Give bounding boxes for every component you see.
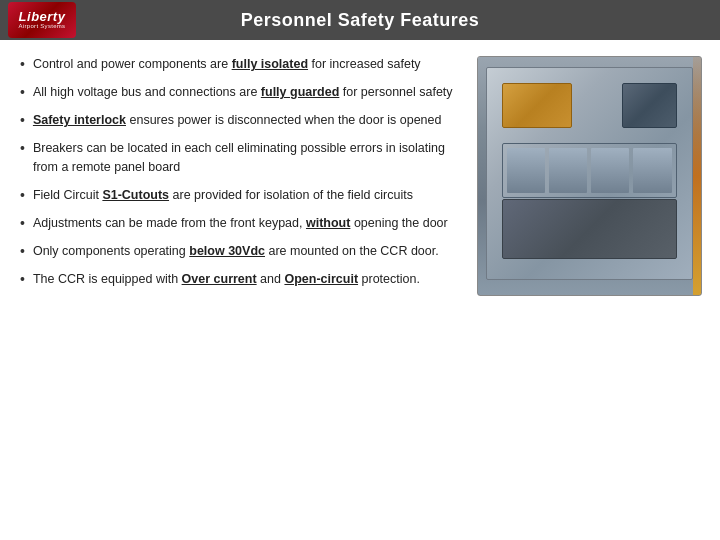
page-title: Personnel Safety Features: [241, 10, 480, 31]
equipment-photo: [477, 56, 702, 296]
list-item: • Adjustments can be made from the front…: [20, 211, 458, 235]
bullet-text: Control and power components are fully i…: [33, 55, 421, 73]
bullet-text: Adjustments can be made from the front k…: [33, 214, 448, 232]
list-item: • All high voltage bus and connections a…: [20, 80, 458, 104]
image-section: [474, 52, 704, 528]
bullet-text: Safety interlock ensures power is discon…: [33, 111, 442, 129]
list-item: • Only components operating below 30Vdc …: [20, 239, 458, 263]
bullet-section: • Control and power components are fully…: [20, 52, 458, 528]
bullet-dot: •: [20, 187, 25, 203]
bullet-dot: •: [20, 140, 25, 156]
bullet-dot: •: [20, 84, 25, 100]
bullet-text: Only components operating below 30Vdc ar…: [33, 242, 439, 260]
list-item: • Control and power components are fully…: [20, 52, 458, 76]
header: Liberty Airport Systems Personnel Safety…: [0, 0, 720, 40]
list-item: • The CCR is equipped with Over current …: [20, 267, 458, 291]
logo-box: Liberty Airport Systems: [8, 2, 76, 38]
bullet-text: Field Circuit S1-Cutouts are provided fo…: [33, 186, 413, 204]
content-area: • Control and power components are fully…: [0, 40, 720, 540]
bullet-text: The CCR is equipped with Over current an…: [33, 270, 420, 288]
logo-liberty-text: Liberty: [19, 10, 66, 23]
logo-airport-text: Airport Systems: [19, 23, 66, 30]
logo-area: Liberty Airport Systems: [8, 2, 76, 38]
bullet-dot: •: [20, 271, 25, 287]
bullet-dot: •: [20, 56, 25, 72]
list-item: • Safety interlock ensures power is disc…: [20, 108, 458, 132]
bullet-text: Breakers can be located in each cell eli…: [33, 139, 458, 175]
list-item: • Breakers can be located in each cell e…: [20, 136, 458, 178]
list-item: • Field Circuit S1-Cutouts are provided …: [20, 183, 458, 207]
bullet-text: All high voltage bus and connections are…: [33, 83, 453, 101]
bullet-dot: •: [20, 112, 25, 128]
bullet-dot: •: [20, 215, 25, 231]
bullet-dot: •: [20, 243, 25, 259]
